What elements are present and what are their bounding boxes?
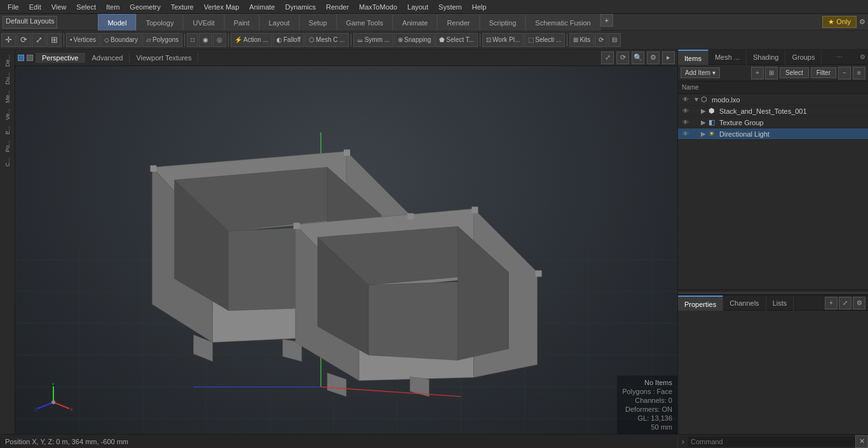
menu-view[interactable]: View: [46, 2, 72, 12]
tab-lists[interactable]: Lists: [766, 295, 794, 311]
viewport-dot-2[interactable]: [27, 55, 33, 61]
tab-shading[interactable]: Shading: [747, 50, 785, 65]
3d-viewport[interactable]: No Items Polygons : Face Channels: 0 Def…: [15, 66, 677, 434]
items-panel-resize[interactable]: [678, 289, 868, 294]
tool-toggle2[interactable]: ◉: [199, 33, 212, 47]
tool-toggle3[interactable]: ◎: [213, 33, 226, 47]
tool-scale[interactable]: ⤢: [32, 33, 46, 47]
tab-model[interactable]: Model: [98, 14, 136, 31]
props-add-button[interactable]: +: [825, 297, 837, 309]
menu-edit[interactable]: Edit: [24, 2, 46, 12]
visibility-icon-texgroup[interactable]: 👁: [681, 118, 691, 128]
menu-system[interactable]: System: [433, 2, 467, 12]
tool-kits[interactable]: ⊞ Kits: [569, 33, 594, 47]
expand-arrow-texgroup[interactable]: ▶: [701, 119, 709, 126]
tab-mesh[interactable]: Mesh ...: [709, 50, 747, 65]
items-minus-icon[interactable]: −: [838, 67, 851, 79]
items-expand-icon[interactable]: ⋯: [834, 52, 845, 62]
settings-icon[interactable]: ⚙: [859, 18, 865, 26]
command-input[interactable]: [688, 437, 855, 447]
tab-setup[interactable]: Setup: [299, 14, 337, 31]
sidebar-tool-po[interactable]: Po...: [3, 138, 12, 155]
sidebar-tool-de[interactable]: De...: [3, 52, 12, 69]
sidebar-tool-c[interactable]: C...: [3, 155, 12, 169]
tree-item-texgroup[interactable]: 👁 ▶ ◧ Texture Group: [678, 117, 868, 128]
tree-item-root[interactable]: 👁 ▼ ⬡ modo.lxo: [678, 94, 868, 105]
resize-handle[interactable]: [678, 292, 868, 294]
sidebar-tool-me[interactable]: Me...: [3, 88, 12, 105]
viewport-refresh-icon[interactable]: ⟳: [616, 51, 629, 64]
viewport-tab-textures[interactable]: Viewport Textures: [130, 53, 198, 63]
menu-vertex-map[interactable]: Vertex Map: [199, 2, 245, 12]
menu-dynamics[interactable]: Dynamics: [280, 2, 321, 12]
tree-item-dirlight[interactable]: 👁 ▶ ☀ Directional Light: [678, 128, 868, 140]
viewport-settings-icon[interactable]: ⚙: [647, 51, 660, 64]
viewport-play-icon[interactable]: ▸: [662, 51, 675, 64]
viewport-dot-1[interactable]: [18, 55, 24, 61]
tool-selecti[interactable]: ⬚ Selecti ...: [524, 33, 565, 47]
items-settings-icon[interactable]: ⚙: [857, 52, 868, 62]
layout-dropdown[interactable]: Default Layouts: [3, 16, 57, 29]
sidebar-tool-e[interactable]: E...: [3, 123, 12, 137]
tool-action[interactable]: ⚡ Action ...: [231, 33, 272, 47]
expand-arrow-root[interactable]: ▼: [693, 96, 701, 103]
props-settings-icon[interactable]: ⚙: [853, 297, 865, 309]
menu-item[interactable]: Item: [101, 2, 125, 12]
viewport-maximize-icon[interactable]: ⤢: [601, 51, 614, 64]
tab-animate[interactable]: Animate: [393, 14, 437, 31]
tool-boundary[interactable]: ◇ Boundary: [100, 33, 142, 47]
tool-polygons[interactable]: ▱ Polygons: [142, 33, 182, 47]
tab-scripting[interactable]: Scripting: [480, 14, 526, 31]
tab-channels[interactable]: Channels: [723, 295, 766, 311]
tool-symm[interactable]: ⧢ Symm ...: [353, 33, 393, 47]
menu-geometry[interactable]: Geometry: [125, 2, 165, 12]
items-more-icon[interactable]: ≡: [853, 67, 865, 79]
menu-layout[interactable]: Layout: [402, 2, 433, 12]
tool-vertices[interactable]: • Vertices: [66, 33, 100, 47]
tab-topology[interactable]: Topology: [136, 14, 183, 31]
visibility-icon-mesh[interactable]: 👁: [681, 106, 691, 116]
visibility-icon-root[interactable]: 👁: [681, 95, 691, 105]
add-item-button[interactable]: Add Item ▾: [681, 67, 720, 78]
tool-toggle1[interactable]: □: [187, 33, 198, 47]
tool-mesh-c[interactable]: ⬡ Mesh C ...: [305, 33, 349, 47]
add-tab-button[interactable]: +: [600, 14, 613, 27]
filter-button[interactable]: Filter: [811, 67, 836, 78]
items-add-icon[interactable]: +: [751, 67, 764, 79]
tool-work-pl[interactable]: ⊡ Work Pl...: [482, 33, 524, 47]
sidebar-tool-du[interactable]: Du...: [3, 70, 12, 87]
tab-render[interactable]: Render: [437, 14, 479, 31]
tab-paint[interactable]: Paint: [224, 14, 259, 31]
visibility-icon-dirlight[interactable]: 👁: [681, 129, 691, 139]
tool-falloff[interactable]: ◐ Falloff: [273, 33, 304, 47]
command-clear-icon[interactable]: ✕: [855, 435, 868, 448]
tab-groups[interactable]: Groups: [785, 50, 822, 65]
menu-select[interactable]: Select: [71, 2, 101, 12]
menu-render[interactable]: Render: [321, 2, 354, 12]
tool-cam-rotate[interactable]: ⟳: [595, 33, 607, 47]
tool-rotate[interactable]: ⟳: [17, 33, 31, 47]
tab-uvedit[interactable]: UVEdit: [183, 14, 224, 31]
props-maximize-icon[interactable]: ⤢: [839, 297, 851, 309]
expand-arrow-dirlight[interactable]: ▶: [701, 130, 709, 137]
tab-schematic-fusion[interactable]: Schematic Fusion: [526, 14, 600, 31]
tool-snapping[interactable]: ⊕ Snapping: [394, 33, 435, 47]
tool-select-t[interactable]: ⬟ Select T...: [435, 33, 478, 47]
tree-item-mesh[interactable]: 👁 ▶ ⬢ Stack_and_Nest_Totes_001: [678, 105, 868, 117]
menu-animate[interactable]: Animate: [244, 2, 280, 12]
menu-texture[interactable]: Texture: [166, 2, 199, 12]
tab-layout[interactable]: Layout: [259, 14, 299, 31]
tool-move[interactable]: ✛: [1, 33, 16, 47]
tool-transform[interactable]: ⊞: [47, 33, 62, 47]
menu-maxtomodo[interactable]: MaxToModo: [354, 2, 402, 12]
viewport-tab-advanced[interactable]: Advanced: [85, 53, 130, 63]
items-expand-icon-btn[interactable]: ⊞: [765, 67, 778, 79]
expand-arrow-mesh[interactable]: ▶: [701, 107, 709, 114]
tool-cam-frame[interactable]: ⊟: [608, 33, 621, 47]
sidebar-tool-ve[interactable]: Ve...: [3, 106, 12, 123]
tab-game-tools[interactable]: Game Tools: [337, 14, 393, 31]
viewport-search-icon[interactable]: 🔍: [632, 51, 644, 64]
menu-file[interactable]: File: [3, 2, 24, 12]
star-only-button[interactable]: ★ Only: [822, 16, 857, 28]
tab-items[interactable]: Items: [678, 50, 709, 65]
